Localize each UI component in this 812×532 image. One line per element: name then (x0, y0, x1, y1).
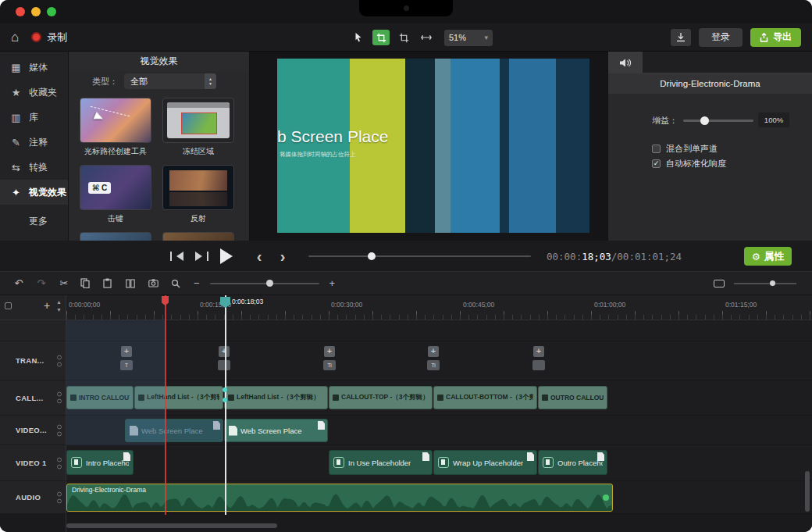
selection-handle[interactable] (223, 398, 227, 402)
play-button[interactable] (219, 247, 237, 266)
paste-icon[interactable] (103, 278, 116, 288)
video-clip[interactable]: Web Screen Place (125, 419, 223, 442)
playhead[interactable] (225, 295, 226, 515)
sidebar-item-annotations[interactable]: ✎注释 (0, 130, 68, 155)
export-button[interactable]: 导出 (750, 28, 801, 47)
transition-marker[interactable]: + (532, 346, 545, 370)
camera-icon[interactable] (148, 279, 161, 287)
track-height-slider[interactable] (734, 283, 796, 284)
seek-slider[interactable] (308, 255, 531, 257)
login-button[interactable]: 登录 (699, 28, 743, 47)
crop-tool-icon[interactable] (372, 30, 390, 45)
properties-button[interactable]: ⚙属性 (744, 247, 792, 266)
scale-tool-icon[interactable] (418, 30, 435, 45)
next-frame-button[interactable] (192, 247, 211, 266)
gain-slider[interactable] (683, 120, 753, 122)
sidebar-item-media[interactable]: ▦媒体 (0, 55, 68, 80)
track-content-callouts[interactable]: INTRO CALLOUTLeftHand List -（3个剪辑）LeftHa… (66, 380, 812, 416)
trim-tool-icon[interactable] (395, 30, 412, 45)
vertical-scrollbar[interactable] (805, 471, 810, 512)
undo-icon[interactable]: ↶ (12, 278, 25, 288)
add-transition-icon[interactable]: + (121, 346, 132, 357)
track-header-video2[interactable]: VIDEO... (0, 416, 66, 445)
audio-clip[interactable]: Driving-Electronic-Drama (66, 484, 613, 512)
placeholder-clip[interactable]: In Use Placeholder (329, 450, 433, 475)
selection-handle[interactable] (223, 387, 227, 392)
magnifier-icon[interactable] (171, 279, 183, 288)
track-content-audio[interactable]: Driving-Electronic-Drama (66, 481, 812, 514)
callout-clip[interactable]: INTRO CALLOUT (66, 386, 134, 409)
transition-marker[interactable]: +Ti (427, 346, 440, 370)
fit-timeline-icon[interactable] (714, 280, 725, 287)
sidebar-item-transitions[interactable]: ⇆转换 (0, 155, 68, 180)
checkbox-checked[interactable]: ✓ (652, 159, 661, 168)
add-transition-icon[interactable]: + (219, 346, 230, 357)
tab-audio[interactable] (608, 52, 643, 73)
sidebar-item-favorites[interactable]: ★收藏夹 (0, 80, 68, 105)
video-clip[interactable]: Web Screen Place (224, 419, 328, 442)
transition-clip[interactable]: Ti (323, 360, 336, 370)
callout-clip[interactable]: LeftHand List -（3个剪辑） (224, 386, 328, 409)
add-transition-icon[interactable]: + (533, 346, 544, 357)
maximize-button[interactable] (47, 7, 56, 16)
track-content-transitions[interactable]: +T++Ti+Ti+ (66, 341, 812, 380)
track-header-video1[interactable]: VIDEO 1 (0, 445, 66, 481)
chevron-up-icon[interactable]: ▲ (56, 299, 62, 305)
scissors-icon[interactable]: ✂ (58, 278, 70, 288)
gain-slider-knob[interactable] (700, 116, 709, 125)
effect-card-partial[interactable] (162, 232, 234, 241)
jump-back-button[interactable]: ‹ (250, 247, 269, 266)
transition-clip[interactable] (532, 360, 545, 370)
effect-card-cursor-path[interactable]: 光标路径创建工具 (80, 98, 151, 157)
track-header-callouts[interactable]: CALL... (0, 380, 66, 416)
horizontal-scrollbar[interactable] (66, 523, 277, 528)
chevron-down-icon[interactable]: ▼ (56, 307, 62, 312)
effect-card-partial[interactable] (80, 232, 151, 241)
sidebar-item-library[interactable]: ▥库 (0, 105, 68, 130)
track-height-knob[interactable] (770, 280, 775, 286)
option-auto-normalize[interactable]: ✓ 自动标准化响度 (652, 157, 726, 170)
placeholder-clip[interactable]: Outro Placeholder (538, 450, 607, 475)
transition-marker[interactable]: +T (120, 346, 133, 370)
timeline-zoom-slider[interactable] (210, 283, 319, 284)
callout-clip[interactable]: LeftHand List -（3个剪辑） (134, 386, 223, 409)
jump-forward-button[interactable]: › (273, 247, 292, 266)
option-mix-to-mono[interactable]: 混合到单声道 (652, 142, 718, 155)
track-options-icon[interactable] (5, 302, 12, 309)
zoom-out-icon[interactable]: − (194, 277, 200, 289)
select-tool-icon[interactable] (350, 30, 367, 45)
close-button[interactable] (16, 7, 25, 16)
sidebar-item-visual-effects[interactable]: ✦视觉效果 (0, 180, 68, 205)
download-button[interactable] (671, 29, 691, 46)
checkbox-unchecked[interactable] (652, 145, 661, 153)
callout-clip[interactable]: CALLOUT-BOTTOM -（3个剪辑） (433, 386, 537, 409)
transition-clip[interactable]: Ti (427, 360, 440, 370)
placeholder-clip[interactable]: Wrap Up Placeholder (433, 450, 537, 475)
effect-card-freeze-region[interactable]: 冻结区域 (162, 98, 234, 157)
add-transition-icon[interactable]: + (428, 346, 439, 357)
add-track-icon[interactable]: + (44, 300, 50, 311)
clip-handle[interactable] (603, 495, 609, 501)
callout-clip[interactable]: CALLOUT-TOP -（3个剪辑） (329, 386, 433, 409)
copy-icon[interactable] (80, 278, 93, 288)
out-marker-line[interactable] (165, 295, 166, 515)
transition-clip[interactable] (218, 360, 230, 370)
add-transition-icon[interactable]: + (324, 346, 335, 357)
track-header-audio[interactable]: AUDIO (0, 481, 66, 514)
zoom-in-icon[interactable]: + (329, 277, 336, 289)
placeholder-clip[interactable]: Intro Placeholder (66, 450, 134, 475)
sidebar-item-more[interactable]: 更多 (0, 209, 68, 234)
record-button[interactable]: 录制 (31, 30, 67, 45)
callout-clip[interactable]: OUTRO CALLOUT (538, 386, 607, 409)
timeline-zoom-knob[interactable] (266, 280, 273, 287)
track-content-video1[interactable]: Intro PlaceholderIn Use PlaceholderWrap … (66, 445, 812, 481)
split-icon[interactable] (126, 279, 138, 288)
redo-icon[interactable]: ↷ (35, 278, 48, 288)
timeline-ruler[interactable]: 0:00:00;000:00:15;000:00:30;000:00:45;00… (66, 295, 812, 320)
home-icon[interactable]: ⌂ (11, 30, 19, 44)
transition-marker[interactable]: +Ti (323, 346, 336, 370)
transition-clip[interactable]: T (120, 360, 133, 370)
seek-slider-knob[interactable] (368, 252, 376, 260)
transition-marker[interactable]: + (218, 346, 230, 370)
zoom-level-select[interactable]: 51% ▾ (444, 30, 493, 46)
